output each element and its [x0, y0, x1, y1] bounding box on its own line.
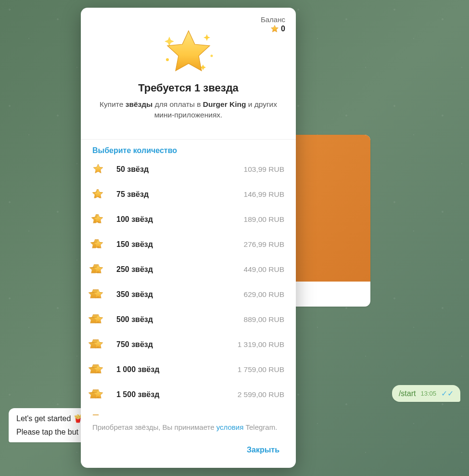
package-price: 1 759,00 RUB [238, 365, 284, 374]
stars-purchase-modal: Баланс 0 [81, 8, 296, 468]
package-price: 146,99 RUB [244, 190, 284, 199]
star-stack-icon [92, 313, 106, 326]
close-button[interactable]: Закрыть [242, 442, 284, 458]
package-price: 276,99 RUB [244, 240, 284, 249]
package-label: 1 500 звёзд [116, 390, 238, 399]
package-label: 1 000 звёзд [116, 365, 238, 374]
package-price: 2 599,00 RUB [238, 390, 284, 399]
read-checks-icon: ✓✓ [441, 389, 454, 398]
svg-point-1 [210, 55, 213, 57]
package-label: 100 звёзд [116, 215, 244, 224]
package-label: 500 звёзд [116, 315, 244, 324]
incoming-message: Let's get started 🍟 Please tap the but [9, 408, 90, 442]
star-stack-icon [92, 238, 106, 251]
star-stack-icon [92, 213, 106, 226]
package-row[interactable]: 350 звёзд629,00 RUB [87, 282, 290, 307]
modal-header: Баланс 0 [81, 8, 296, 130]
package-row[interactable]: 500 звёзд889,00 RUB [87, 307, 290, 332]
footer-note: Приобретая звёзды, Вы принимаете условия… [81, 415, 296, 437]
modal-subtitle: Купите звёзды для оплаты в Durger King и… [92, 99, 284, 121]
package-price: 189,00 RUB [244, 215, 284, 224]
package-list: 50 звёзд103,99 RUB 75 звёзд146,99 RUB [81, 157, 296, 415]
package-row[interactable]: 2 500 звёзд4 359,00 RUB [87, 407, 290, 415]
package-row[interactable]: 750 звёзд1 319,00 RUB [87, 332, 290, 357]
outgoing-time: 13:05 [420, 390, 436, 397]
outgoing-message[interactable]: /start 13:05 ✓✓ [392, 385, 460, 402]
package-row[interactable]: 1 000 звёзд1 759,00 RUB [87, 357, 290, 382]
package-row[interactable]: 75 звёзд146,99 RUB [87, 182, 290, 207]
package-row[interactable]: 150 звёзд276,99 RUB [87, 232, 290, 257]
package-label: 150 звёзд [116, 240, 244, 249]
star-stack-icon [92, 338, 106, 351]
package-label: 50 звёзд [116, 165, 244, 174]
star-stack-icon [92, 288, 106, 301]
star-stack-icon [92, 363, 106, 376]
star-stack-icon [92, 413, 106, 415]
star-stack-icon [92, 163, 106, 176]
section-label: Выберите количество [81, 140, 296, 157]
incoming-line1: Let's get started 🍟 [16, 414, 83, 423]
package-price: 1 319,00 RUB [238, 340, 284, 349]
package-label: 250 звёзд [116, 265, 244, 274]
package-price: 889,00 RUB [244, 315, 284, 324]
modal-title: Требуется 1 звезда [92, 82, 284, 94]
terms-link[interactable]: условия [216, 423, 244, 431]
svg-point-0 [166, 58, 169, 61]
package-label: 750 звёзд [116, 340, 238, 349]
package-label: 350 звёзд [116, 290, 244, 299]
package-row[interactable]: 100 звёзд189,00 RUB [87, 207, 290, 232]
package-row[interactable]: 50 звёзд103,99 RUB [87, 157, 290, 182]
package-label: 75 звёзд [116, 190, 244, 199]
star-stack-icon [92, 388, 106, 401]
star-stack-icon [92, 263, 106, 276]
package-price: 629,00 RUB [244, 290, 284, 299]
incoming-line2: Please tap the but [16, 428, 83, 437]
hero-star-icon [92, 22, 284, 75]
package-row[interactable]: 1 500 звёзд2 599,00 RUB [87, 382, 290, 407]
package-price: 103,99 RUB [244, 165, 284, 174]
star-stack-icon [92, 188, 106, 201]
package-price: 449,00 RUB [244, 265, 284, 274]
package-row[interactable]: 250 звёзд449,00 RUB [87, 257, 290, 282]
outgoing-text: /start [399, 389, 416, 398]
modal-actions: Закрыть [81, 437, 296, 468]
